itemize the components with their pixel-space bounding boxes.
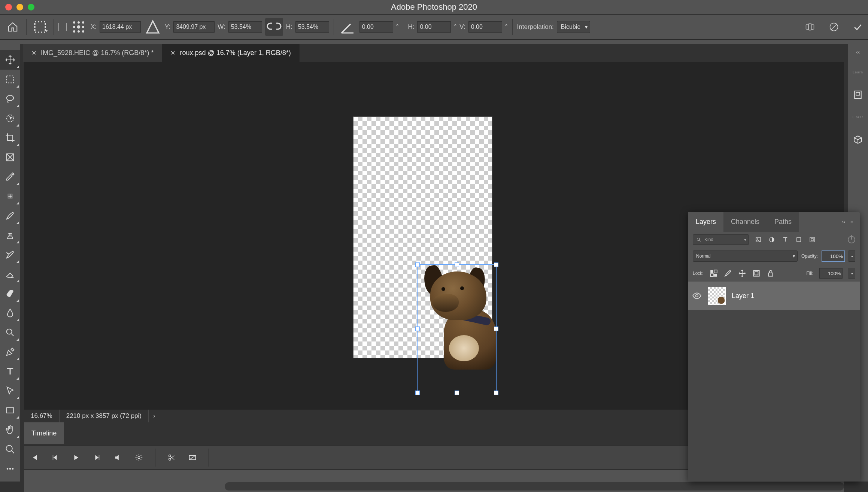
zoom-tool[interactable] [0,440,20,459]
opacity-input[interactable] [822,250,845,262]
cancel-transform-button[interactable] [828,21,840,33]
lock-label: Lock: [693,271,704,276]
eraser-tool[interactable] [0,264,20,284]
home-button[interactable] [4,18,22,36]
filter-pixel-icon[interactable] [754,236,762,244]
lock-position-icon[interactable] [738,269,746,277]
filter-type-icon[interactable] [781,236,789,244]
lock-artboard-icon[interactable] [752,269,761,277]
transform-handle-nw[interactable] [415,262,420,267]
delta-icon[interactable] [144,18,162,36]
lock-pixels-icon[interactable] [724,269,732,277]
svg-rect-39 [714,274,717,277]
angle-input[interactable] [359,21,393,33]
panel-menu-icon[interactable]: ≡ [850,219,853,225]
layer-row[interactable]: Layer 1 [688,282,860,310]
lock-transparency-icon[interactable] [710,269,718,277]
next-frame-button[interactable] [92,453,102,462]
warp-mode-button[interactable] [804,21,816,33]
hand-tool[interactable] [0,420,20,440]
blur-tool[interactable] [0,303,20,323]
skew-h-input[interactable] [417,21,451,33]
transition-button[interactable] [188,453,197,462]
marquee-tool[interactable] [0,70,20,89]
learn-panel-button[interactable] [852,89,864,100]
filter-toggle-switch[interactable] [848,236,855,243]
commit-transform-button[interactable] [852,21,864,33]
move-tool[interactable] [0,50,20,70]
collapse-strip[interactable]: ›› [0,40,868,44]
filter-smart-icon[interactable] [808,236,816,244]
transform-handle-n[interactable] [455,262,459,267]
gradient-tool[interactable] [0,284,20,303]
w-input[interactable] [228,21,262,33]
lasso-tool[interactable] [0,89,20,109]
transform-handle-sw[interactable] [415,391,420,395]
panel-tab-paths[interactable]: Paths [767,212,799,232]
layer-name[interactable]: Layer 1 [732,292,754,300]
document-dimensions[interactable]: 2210 px x 3857 px (72 ppi) [60,410,149,422]
transform-handle-w[interactable] [415,327,420,331]
filter-kind-select[interactable]: Kind [693,234,749,245]
rectangle-tool[interactable] [0,401,20,420]
document-tab-1[interactable]: ✕ roux.psd @ 16.7% (Layer 1, RGB/8*) [162,44,299,62]
transform-handle-se[interactable] [494,391,498,395]
transform-handle-ne[interactable] [494,262,498,267]
reference-point-grid-icon[interactable] [70,18,88,36]
timeline-panel-tab[interactable]: Timeline [24,422,64,444]
crop-tool[interactable] [0,128,20,148]
zoom-level[interactable]: 16.67% [24,410,60,422]
libraries-panel-button[interactable] [852,134,864,145]
path-selection-tool[interactable] [0,381,20,401]
transform-handle-s[interactable] [455,391,459,395]
filter-shape-icon[interactable] [795,236,803,244]
y-input[interactable] [173,21,215,33]
panel-tab-channels[interactable]: Channels [723,212,767,232]
interpolation-select[interactable]: Bicubic [557,21,591,33]
horizontal-scrollbar[interactable] [225,482,844,491]
split-clip-button[interactable] [167,453,176,462]
fill-dropdown-icon[interactable]: ▾ [849,268,855,279]
audio-button[interactable] [113,453,123,462]
first-frame-button[interactable] [29,453,39,462]
prev-frame-button[interactable] [50,453,60,462]
type-tool[interactable] [0,362,20,381]
eyedropper-tool[interactable] [0,167,20,186]
transform-bounding-box[interactable] [417,264,497,393]
close-tab-icon[interactable]: ✕ [170,49,175,57]
collapse-panel-icon[interactable]: ›› [842,219,845,225]
timeline-settings-button[interactable] [134,453,144,462]
layer-thumbnail[interactable] [708,287,726,305]
h-input[interactable] [295,21,329,33]
expand-panels-icon[interactable]: ‹‹ [856,49,860,55]
skew-v-input[interactable] [468,21,502,33]
frame-tool[interactable] [0,148,20,167]
transform-tool-icon[interactable]: ▾ [31,18,49,36]
maximize-window-button[interactable] [28,4,34,10]
panel-tab-layers[interactable]: Layers [688,212,723,232]
blend-mode-select[interactable]: Normal [693,250,798,262]
toggle-reference-point-checkbox[interactable] [58,23,67,31]
healing-brush-tool[interactable] [0,186,20,206]
layer-visibility-toggle[interactable] [692,291,702,301]
x-input[interactable] [100,21,141,33]
quick-selection-tool[interactable] [0,109,20,128]
fill-input[interactable] [819,268,843,279]
filter-adjustment-icon[interactable] [768,236,776,244]
close-window-button[interactable] [5,4,12,10]
brush-tool[interactable] [0,206,20,225]
status-more-icon[interactable]: › [149,412,160,420]
lock-all-icon[interactable] [767,269,775,277]
link-aspect-ratio-button[interactable] [265,18,283,36]
play-button[interactable] [71,453,81,462]
more-tools[interactable] [0,459,20,479]
transform-handle-e[interactable] [494,327,498,331]
pen-tool[interactable] [0,342,20,362]
document-tab-0[interactable]: ✕ IMG_5928.HEIC @ 16.7% (RGB/8*) * [23,44,162,62]
opacity-dropdown-icon[interactable]: ▾ [849,250,855,262]
clone-stamp-tool[interactable] [0,225,20,245]
history-brush-tool[interactable] [0,245,20,264]
minimize-window-button[interactable] [16,4,23,10]
dodge-tool[interactable] [0,323,20,342]
close-tab-icon[interactable]: ✕ [31,49,36,57]
